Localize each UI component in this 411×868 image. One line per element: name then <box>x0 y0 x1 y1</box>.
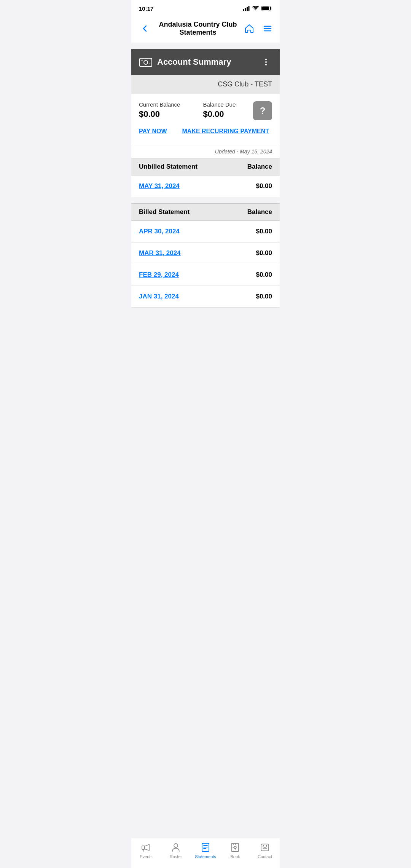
updated-date-text: Updated - May 15, 2024 <box>215 148 272 155</box>
status-icons <box>243 6 272 11</box>
current-balance-label: Current Balance <box>139 101 180 108</box>
balance-section: Current Balance $0.00 Balance Due $0.00 … <box>131 94 280 144</box>
home-button[interactable] <box>243 22 255 35</box>
nav-item-roster[interactable]: Roster <box>164 842 188 859</box>
help-button[interactable]: ? <box>253 101 272 120</box>
unbilled-statement-table: Unbilled Statement Balance MAY 31, 2024 … <box>131 158 280 197</box>
updated-date: Updated - May 15, 2024 <box>131 144 280 158</box>
account-summary-header: Account Summary <box>131 49 280 75</box>
book-icon <box>230 842 241 853</box>
billed-row-date-1: MAR 31, 2024 <box>139 249 181 257</box>
svg-point-10 <box>265 59 267 60</box>
unbilled-header-right: Balance <box>247 163 272 171</box>
title-line2: Statements <box>153 29 243 37</box>
svg-point-20 <box>266 845 267 846</box>
page-content: Account Summary CSG Club - TEST Current … <box>131 49 280 346</box>
table-row[interactable]: MAR 31, 2024 $0.00 <box>131 243 280 264</box>
battery-icon <box>261 6 272 11</box>
current-balance-item: Current Balance $0.00 <box>139 101 180 119</box>
billed-row-balance-1: $0.00 <box>256 249 272 257</box>
table-row[interactable]: APR 30, 2024 $0.00 <box>131 221 280 243</box>
billed-row-date-2: FEB 29, 2024 <box>139 271 179 279</box>
billed-statement-table: Billed Statement Balance APR 30, 2024 $0… <box>131 203 280 308</box>
svg-point-11 <box>265 61 267 63</box>
wifi-icon <box>252 6 259 11</box>
svg-rect-15 <box>202 843 209 852</box>
billed-row-balance-3: $0.00 <box>256 293 272 300</box>
statements-icon <box>200 842 211 853</box>
account-summary-title: Account Summary <box>157 57 231 67</box>
roster-svg <box>170 842 181 853</box>
menu-icon <box>263 24 272 34</box>
svg-point-19 <box>263 845 264 846</box>
title-line1: Andalusia Country Club <box>153 21 243 29</box>
svg-rect-6 <box>140 58 152 67</box>
roster-label: Roster <box>170 854 182 859</box>
billed-header-right: Balance <box>247 208 272 216</box>
balance-items: Current Balance $0.00 Balance Due $0.00 <box>139 101 253 119</box>
events-svg <box>141 842 151 853</box>
svg-rect-3 <box>249 6 250 11</box>
balance-row: Current Balance $0.00 Balance Due $0.00 … <box>139 101 272 120</box>
table-row[interactable]: MAY 31, 2024 $0.00 <box>131 176 280 197</box>
table-row[interactable]: JAN 31, 2024 $0.00 <box>131 286 280 308</box>
svg-rect-5 <box>262 6 269 10</box>
club-name: CSG Club - TEST <box>218 80 272 88</box>
money-icon <box>139 55 153 69</box>
unbilled-header-left: Unbilled Statement <box>139 163 198 171</box>
svg-point-12 <box>265 64 267 65</box>
status-bar: 10:17 <box>131 0 280 17</box>
contact-svg <box>260 842 270 853</box>
unbilled-statement-header: Unbilled Statement Balance <box>131 158 280 176</box>
payment-actions: PAY NOW MAKE RECURRING PAYMENT <box>139 128 272 135</box>
billed-statement-header: Billed Statement Balance <box>131 203 280 221</box>
balance-due-label: Balance Due <box>203 101 236 108</box>
back-button[interactable] <box>137 21 153 36</box>
balance-due-amount: $0.00 <box>203 109 236 119</box>
book-svg <box>230 842 241 853</box>
svg-rect-0 <box>243 9 244 11</box>
roster-icon <box>170 842 181 853</box>
nav-header: Andalusia Country Club Statements <box>131 17 280 43</box>
pay-now-button[interactable]: PAY NOW <box>139 128 167 135</box>
nav-item-events[interactable]: Events <box>134 842 158 859</box>
contact-icon <box>260 842 270 853</box>
statements-svg <box>200 842 211 853</box>
svg-point-17 <box>234 846 236 849</box>
svg-rect-1 <box>245 8 246 11</box>
home-icon <box>244 24 254 34</box>
unbilled-row-balance-0: $0.00 <box>256 182 272 190</box>
more-options-button[interactable] <box>260 56 272 68</box>
events-icon <box>141 842 151 853</box>
unbilled-row-date-0: MAY 31, 2024 <box>139 182 180 190</box>
billed-header-left: Billed Statement <box>139 208 190 216</box>
statements-label: Statements <box>195 854 216 859</box>
billed-row-balance-0: $0.00 <box>256 228 272 235</box>
menu-button[interactable] <box>261 22 274 35</box>
svg-rect-13 <box>142 846 145 849</box>
svg-rect-9 <box>149 64 150 64</box>
billed-row-balance-2: $0.00 <box>256 271 272 279</box>
signal-icon <box>243 6 250 11</box>
svg-point-7 <box>144 61 148 64</box>
back-icon <box>141 24 149 33</box>
contact-label: Contact <box>258 854 272 859</box>
club-name-row: CSG Club - TEST <box>131 75 280 94</box>
svg-rect-8 <box>141 60 143 61</box>
nav-item-book[interactable]: Book <box>223 842 247 859</box>
current-balance-amount: $0.00 <box>139 109 180 119</box>
balance-due-item: Balance Due $0.00 <box>203 101 236 119</box>
table-row[interactable]: FEB 29, 2024 $0.00 <box>131 264 280 286</box>
nav-item-contact[interactable]: Contact <box>253 842 277 859</box>
book-label: Book <box>230 854 240 859</box>
nav-right-icons <box>243 22 274 35</box>
nav-item-statements[interactable]: Statements <box>193 842 218 859</box>
cash-icon <box>139 55 153 69</box>
svg-point-14 <box>174 844 178 847</box>
page-title: Andalusia Country Club Statements <box>153 21 243 37</box>
events-label: Events <box>140 854 153 859</box>
billed-row-date-0: APR 30, 2024 <box>139 228 180 235</box>
recurring-payment-button[interactable]: MAKE RECURRING PAYMENT <box>182 128 269 135</box>
account-summary-left: Account Summary <box>139 55 231 69</box>
status-time: 10:17 <box>139 5 153 12</box>
